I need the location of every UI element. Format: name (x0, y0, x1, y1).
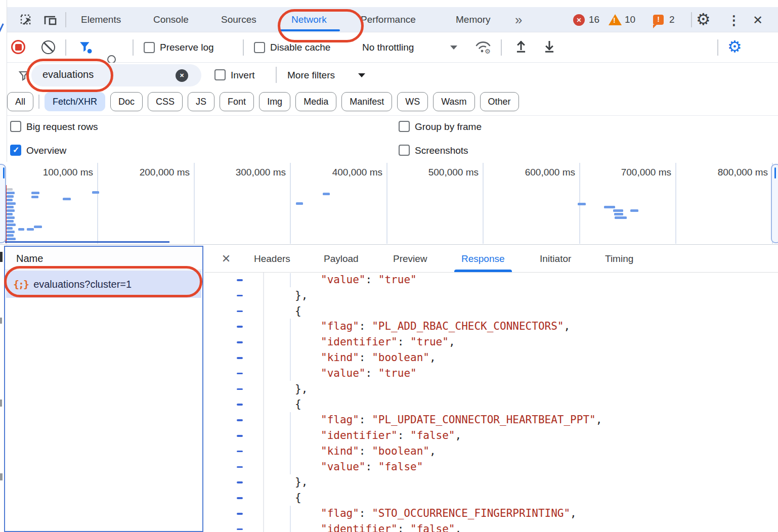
record-network-log-button[interactable] (11, 40, 25, 54)
chip-divider (38, 95, 39, 109)
preserve-log-checkbox[interactable] (144, 42, 155, 53)
chip-media[interactable]: Media (295, 92, 336, 111)
throttling-select[interactable]: No throttling (362, 42, 414, 53)
warning-count[interactable]: 10 (625, 7, 635, 32)
chip-js[interactable]: JS (188, 92, 214, 111)
chip-all[interactable]: All (7, 92, 33, 111)
kebab-menu-icon[interactable]: ⋮ (727, 13, 741, 28)
tab-elements[interactable]: Elements (81, 7, 121, 32)
timeline-request-bar (27, 228, 34, 231)
disable-cache-label[interactable]: Disable cache (270, 42, 330, 53)
page-fragment (0, 252, 3, 262)
tab-console[interactable]: Console (153, 7, 189, 32)
timeline-request-bar (7, 192, 15, 194)
screenshots-checkbox[interactable] (399, 145, 410, 156)
chip-css[interactable]: CSS (148, 92, 183, 111)
overview-label[interactable]: Overview (26, 145, 66, 156)
tab-memory[interactable]: Memory (456, 7, 491, 32)
clear-filter-icon[interactable] (176, 69, 188, 82)
big-request-rows-checkbox[interactable] (10, 121, 21, 132)
timeline-request-bar (578, 203, 586, 205)
tab-sources[interactable]: Sources (221, 7, 256, 32)
group-by-frame-checkbox[interactable] (399, 121, 410, 132)
chip-img[interactable]: Img (259, 92, 290, 111)
error-count[interactable]: 16 (589, 7, 599, 32)
timeline-tick-label: 300,000 ms (236, 167, 286, 178)
preserve-log-label[interactable]: Preserve log (160, 42, 214, 53)
resource-type-chips: AllFetch/XHRDocCSSJSFontImgMediaManifest… (7, 92, 519, 111)
group-by-frame-label[interactable]: Group by frame (415, 121, 482, 132)
chip-fetch-xhr[interactable]: Fetch/XHR (45, 92, 105, 111)
response-json-line: "value": "true" (321, 366, 417, 381)
timeline-selection-line (5, 241, 169, 243)
chip-ws[interactable]: WS (397, 92, 428, 111)
issues-icon[interactable] (653, 15, 664, 25)
timeline-request-bar (31, 192, 39, 194)
clear-network-log-button[interactable] (41, 40, 55, 54)
timeline-request-bar (92, 191, 99, 194)
filter-funnel-icon[interactable] (79, 40, 92, 54)
console-warnings-icon[interactable] (609, 14, 622, 25)
chip-doc[interactable]: Doc (110, 92, 143, 111)
network-settings-gear-icon[interactable]: ⚙ (727, 38, 742, 55)
invert-label[interactable]: Invert (231, 70, 255, 81)
gutter-line-marker (237, 451, 243, 453)
chip-manifest[interactable]: Manifest (341, 92, 392, 111)
indent-guide (290, 412, 291, 474)
throttling-caret-icon[interactable] (450, 46, 457, 50)
response-json-line: { (295, 490, 301, 505)
more-filters-button[interactable]: More filters (287, 70, 335, 81)
overview-checkbox[interactable] (10, 145, 21, 156)
detail-tab-headers[interactable]: Headers (254, 246, 290, 272)
more-tabs-icon[interactable]: » (515, 7, 522, 32)
issue-count[interactable]: 2 (669, 7, 675, 32)
chip-other[interactable]: Other (480, 92, 519, 111)
screenshots-label[interactable]: Screenshots (415, 145, 468, 156)
detail-tab-payload[interactable]: Payload (324, 246, 359, 272)
timeline-request-bar (7, 234, 14, 237)
more-filters-caret-icon[interactable] (358, 73, 365, 77)
timeline-request-bar (7, 195, 14, 198)
toolbar-divider (65, 12, 66, 27)
timeline-request-bar (296, 202, 303, 205)
timeline-tick-label: 400,000 ms (332, 167, 382, 178)
gutter-line-marker (237, 528, 243, 530)
overview-right-grip[interactable] (771, 164, 778, 243)
timeline-tick-label: 700,000 ms (621, 167, 671, 178)
tab-performance[interactable]: Performance (361, 7, 416, 32)
detail-tab-preview[interactable]: Preview (393, 246, 427, 272)
timeline-request-bar (604, 206, 615, 208)
indent-guide (290, 273, 291, 287)
timeline-request-bar (7, 209, 15, 212)
network-conditions-icon[interactable]: ⚙ (474, 39, 492, 55)
chip-wasm[interactable]: Wasm (433, 92, 474, 111)
invert-checkbox[interactable] (214, 69, 226, 80)
timeline-grid-line (290, 163, 291, 244)
import-har-icon[interactable] (514, 39, 528, 55)
toolbar-divider (717, 39, 718, 56)
gutter-line-marker (237, 295, 243, 297)
export-har-icon[interactable] (542, 39, 556, 55)
settings-gear-icon[interactable]: ⚙ (696, 11, 711, 27)
toolbar-divider (501, 39, 502, 56)
overview-left-grip[interactable] (0, 164, 6, 243)
toolbar-divider (691, 12, 692, 27)
big-request-rows-label[interactable]: Big request rows (26, 121, 98, 132)
detail-tab-initiator[interactable]: Initiator (540, 246, 571, 272)
close-detail-icon[interactable]: ✕ (219, 246, 234, 272)
timeline-request-bar (7, 199, 13, 201)
response-json-line: "flag": "PL_UPDATE_CONNECTOR_HEARTBEAT_P… (321, 412, 602, 427)
timeline-request-bar (615, 216, 627, 219)
timeline-grid-line (386, 163, 387, 244)
device-toolbar-icon[interactable] (44, 14, 58, 27)
response-json-line: { (295, 396, 301, 412)
page-fragment (0, 400, 2, 407)
inspect-element-icon[interactable] (20, 14, 33, 27)
detail-tab-timing[interactable]: Timing (605, 246, 633, 272)
console-errors-icon[interactable] (573, 14, 585, 26)
close-devtools-icon[interactable]: ✕ (753, 13, 763, 27)
detail-tab-response[interactable]: Response (461, 246, 505, 272)
chip-font[interactable]: Font (220, 92, 254, 111)
network-overview-timeline[interactable]: 100,000 ms200,000 ms300,000 ms400,000 ms… (0, 162, 778, 245)
disable-cache-checkbox[interactable] (254, 42, 265, 53)
